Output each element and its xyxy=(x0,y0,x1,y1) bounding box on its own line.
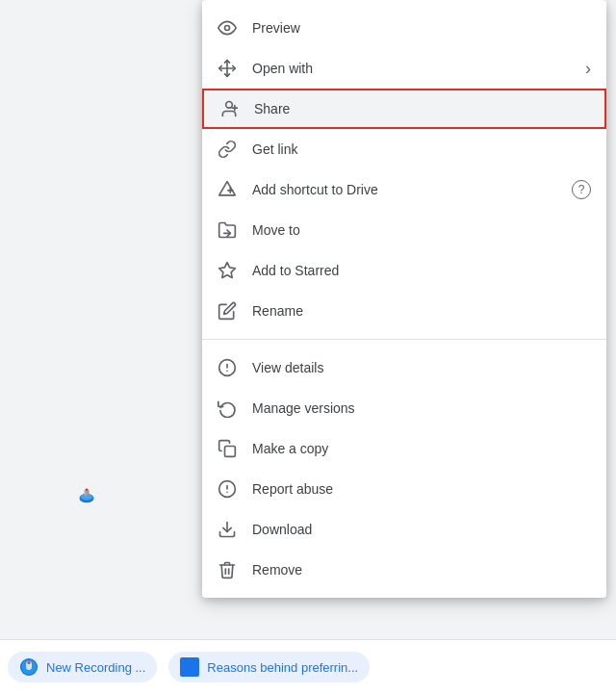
folder-move-icon xyxy=(218,220,237,240)
help-icon[interactable]: ? xyxy=(572,180,591,199)
info-icon xyxy=(218,358,237,377)
taskbar: New Recording ... Reasons behind preferr… xyxy=(0,639,616,694)
rename-label: Rename xyxy=(252,303,591,319)
taskbar-item-recording-label: New Recording ... xyxy=(46,660,145,675)
manage-versions-label: Manage versions xyxy=(252,400,591,416)
download-label: Download xyxy=(252,522,591,537)
divider-1 xyxy=(202,339,606,340)
taskbar-doc-icon xyxy=(180,657,199,677)
menu-item-report-abuse[interactable]: Report abuse xyxy=(202,469,606,509)
taskbar-mic-icon xyxy=(19,657,38,677)
taskbar-item-recording[interactable]: New Recording ... xyxy=(8,652,157,682)
move-to-label: Move to xyxy=(252,222,591,238)
report-abuse-label: Report abuse xyxy=(252,481,591,497)
menu-item-get-link[interactable]: Get link xyxy=(202,129,606,169)
trash-icon xyxy=(218,560,237,579)
taskbar-item-reasons[interactable]: Reasons behind preferrin... xyxy=(168,652,370,682)
menu-item-move-to[interactable]: Move to xyxy=(202,210,606,250)
menu-item-add-shortcut[interactable]: Add shortcut to Drive ? xyxy=(202,169,606,210)
remove-label: Remove xyxy=(252,562,591,578)
taskbar-item-reasons-label: Reasons behind preferrin... xyxy=(207,660,358,675)
alert-circle-icon xyxy=(218,479,237,499)
move-icon xyxy=(218,59,237,78)
svg-point-14 xyxy=(226,102,233,109)
menu-item-remove[interactable]: Remove xyxy=(202,550,606,590)
menu-item-view-details[interactable]: View details xyxy=(202,347,606,388)
menu-item-rename[interactable]: Rename xyxy=(202,291,606,331)
svg-point-10 xyxy=(86,489,89,492)
menu-item-download[interactable]: Download xyxy=(202,509,606,550)
pencil-icon xyxy=(218,301,237,321)
add-shortcut-label: Add shortcut to Drive xyxy=(252,182,572,197)
preview-label: Preview xyxy=(252,20,591,36)
drive-add-icon xyxy=(218,180,237,199)
view-details-label: View details xyxy=(252,360,591,375)
link-icon xyxy=(218,140,237,159)
menu-item-share[interactable]: Share xyxy=(202,89,606,129)
person-add-icon xyxy=(219,99,239,118)
svg-marker-20 xyxy=(219,263,236,278)
menu-item-add-starred[interactable]: Add to Starred xyxy=(202,250,606,291)
make-copy-label: Make a copy xyxy=(252,441,591,456)
mic-icon-area xyxy=(77,485,154,562)
copy-icon xyxy=(218,439,237,458)
menu-item-preview[interactable]: Preview xyxy=(202,8,606,48)
svg-point-11 xyxy=(225,26,230,31)
menu-item-make-copy[interactable]: Make a copy xyxy=(202,428,606,469)
share-label: Share xyxy=(254,101,589,116)
svg-point-32 xyxy=(28,661,31,664)
menu-item-open-with[interactable]: Open with › xyxy=(202,48,606,89)
star-icon xyxy=(218,261,237,280)
eye-icon xyxy=(218,18,237,38)
add-starred-label: Add to Starred xyxy=(252,263,591,278)
clock-icon xyxy=(218,398,237,418)
get-link-label: Get link xyxy=(252,141,591,157)
download-icon xyxy=(218,520,237,539)
open-with-arrow: › xyxy=(585,59,591,79)
menu-item-manage-versions[interactable]: Manage versions xyxy=(202,388,606,428)
context-menu: Preview Open with › Share xyxy=(202,0,606,598)
open-with-label: Open with xyxy=(252,61,585,76)
svg-rect-24 xyxy=(225,447,236,457)
